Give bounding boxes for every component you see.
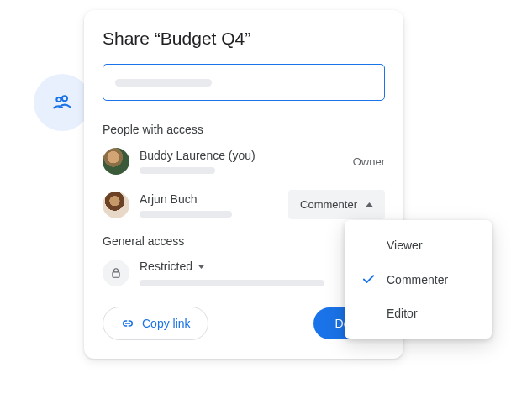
person-row: Arjun Buch Commenter	[103, 190, 385, 219]
menu-item-viewer[interactable]: Viewer	[345, 228, 492, 262]
avatar	[103, 192, 129, 218]
general-access-sub-shimmer	[140, 280, 324, 286]
dialog-title: Share “Budget Q4”	[103, 29, 385, 49]
menu-item-label: Viewer	[387, 239, 423, 252]
lock-icon-badge	[103, 260, 129, 286]
role-dropdown-label: Commenter	[300, 198, 357, 211]
menu-item-label: Commenter	[387, 273, 448, 286]
general-section-label: General access	[103, 234, 385, 248]
menu-item-commenter[interactable]: Commenter	[345, 262, 492, 297]
svg-point-0	[62, 96, 67, 101]
copy-link-label: Copy link	[142, 317, 191, 330]
person-info: Arjun Buch	[140, 192, 288, 218]
menu-item-editor[interactable]: Editor	[345, 297, 492, 330]
person-name: Buddy Laurence (you)	[140, 149, 353, 162]
general-access-value: Restricted	[140, 260, 192, 273]
svg-point-1	[56, 97, 61, 102]
person-email-shimmer	[140, 211, 232, 218]
menu-item-label: Editor	[387, 307, 418, 320]
caret-down-icon	[198, 265, 205, 269]
person-email-shimmer	[140, 167, 215, 174]
person-info: Buddy Laurence (you)	[140, 149, 353, 174]
avatar	[103, 148, 129, 175]
check-icon	[360, 272, 377, 286]
copy-link-button[interactable]: Copy link	[103, 307, 208, 340]
input-placeholder-shimmer	[115, 79, 212, 87]
owner-label: Owner	[353, 155, 385, 168]
general-access-row: Restricted	[103, 260, 385, 286]
person-name: Arjun Buch	[140, 192, 288, 206]
people-icon-badge	[34, 74, 91, 131]
role-dropdown-menu: Viewer Commenter Editor	[345, 220, 492, 339]
general-access-section: General access Restricted	[103, 234, 385, 286]
link-icon	[120, 316, 135, 331]
person-row: Buddy Laurence (you) Owner	[103, 148, 385, 175]
role-dropdown[interactable]: Commenter	[288, 190, 385, 219]
caret-up-icon	[366, 202, 373, 207]
svg-rect-2	[113, 272, 119, 277]
people-icon	[50, 91, 74, 114]
dialog-actions: Copy link Done	[103, 307, 385, 340]
lock-icon	[110, 267, 122, 279]
people-section-label: People with access	[103, 123, 385, 136]
add-people-input[interactable]	[103, 64, 385, 101]
